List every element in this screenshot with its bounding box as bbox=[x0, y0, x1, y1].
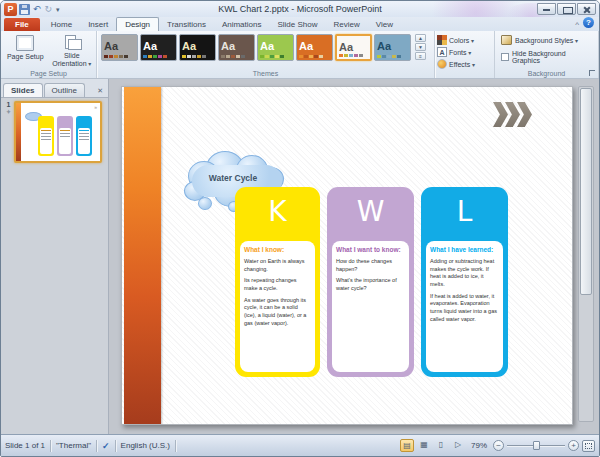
scrollbar-thumb[interactable] bbox=[580, 88, 592, 295]
tab-insert[interactable]: Insert bbox=[80, 18, 116, 31]
theme-thumbnail[interactable]: Aa bbox=[101, 34, 138, 61]
slide-thumbnail-item[interactable] bbox=[14, 101, 102, 163]
reading-view-button[interactable]: ▯ bbox=[434, 439, 448, 452]
theme-scroll-down-icon[interactable]: ▼ bbox=[415, 43, 426, 51]
page-setup-button[interactable]: Page Setup bbox=[3, 34, 48, 68]
kwl-column-0[interactable]: K What I know: Water on Earth is always … bbox=[235, 187, 320, 377]
hide-background-graphics-row[interactable]: Hide Background Graphics bbox=[501, 50, 594, 64]
tab-review[interactable]: Review bbox=[325, 18, 367, 31]
background-dialog-launcher-icon[interactable] bbox=[589, 70, 595, 76]
theme-scroll-up-icon[interactable]: ▲ bbox=[415, 34, 426, 42]
theme-sample-text: Aa bbox=[299, 40, 313, 52]
kwl-letter-w: W bbox=[327, 187, 414, 227]
theme-name: "Thermal" bbox=[56, 441, 91, 450]
effects-label: Effects bbox=[449, 61, 475, 68]
zoom-percent[interactable]: 79% bbox=[471, 441, 487, 450]
background-group: Background Styles Hide Background Graphi… bbox=[495, 31, 599, 78]
page-setup-group-label: Page Setup bbox=[1, 70, 96, 77]
kwl-letter-l: L bbox=[421, 187, 508, 227]
zoom-out-button[interactable]: − bbox=[493, 440, 504, 451]
chevron-right-icon bbox=[493, 102, 508, 127]
page-setup-label: Page Setup bbox=[7, 53, 44, 61]
statusbar-divider bbox=[50, 440, 51, 452]
zoom-in-button[interactable]: + bbox=[568, 440, 579, 451]
tab-slides[interactable]: Slides bbox=[3, 83, 43, 97]
kwl-paragraph: How do these changes happen? bbox=[336, 258, 405, 273]
slide-orientation-icon bbox=[63, 35, 81, 50]
window-controls bbox=[537, 3, 596, 15]
theme-color-dots bbox=[143, 55, 167, 58]
slide-indicator: Slide 1 of 1 bbox=[5, 441, 45, 450]
theme-color-dots bbox=[104, 55, 128, 58]
kwl-paragraph: If heat is added to water, it evaporates… bbox=[430, 293, 499, 324]
tab-design[interactable]: Design bbox=[116, 17, 159, 31]
effects-button[interactable]: Effects bbox=[437, 59, 492, 69]
fonts-button[interactable]: A Fonts bbox=[437, 47, 492, 57]
kwl-column-2[interactable]: L What I have learned: Adding or subtrac… bbox=[421, 187, 508, 377]
zoom-slider[interactable] bbox=[507, 440, 565, 451]
animation-star-icon bbox=[3, 108, 14, 115]
statusbar-divider bbox=[115, 440, 116, 452]
effects-icon bbox=[437, 59, 447, 69]
theme-gallery-more-icon[interactable]: ≡ bbox=[415, 52, 426, 60]
theme-thumbnail[interactable]: Aa bbox=[374, 34, 411, 61]
tab-file[interactable]: File bbox=[4, 18, 40, 31]
fit-to-window-button[interactable] bbox=[582, 440, 595, 452]
theme-color-dots bbox=[221, 55, 245, 58]
slide[interactable]: Water Cycle K What I know: Water on Eart… bbox=[121, 86, 573, 425]
kwl-column-1[interactable]: W What I want to know: How do these chan… bbox=[327, 187, 414, 377]
status-bar: Slide 1 of 1 "Thermal" English (U.S.) ▤ … bbox=[1, 434, 599, 456]
theme-sample-text: Aa bbox=[143, 40, 157, 52]
close-panel-icon[interactable] bbox=[94, 87, 106, 97]
colors-button[interactable]: Colors bbox=[437, 35, 492, 45]
slide-orientation-button[interactable]: Slide Orientation bbox=[50, 34, 95, 68]
kwl-paragraph: Water on Earth is always changing. bbox=[244, 258, 311, 273]
slide-sorter-button[interactable]: ▦ bbox=[417, 439, 431, 452]
minimize-button[interactable] bbox=[537, 3, 556, 15]
help-icon[interactable]: ? bbox=[583, 17, 594, 28]
page-setup-group: Page Setup Slide Orientation Page Setup bbox=[1, 31, 97, 78]
theme-thumbnail[interactable]: Aa bbox=[218, 34, 255, 61]
slides-panel: Slides Outline 1 bbox=[1, 79, 109, 434]
theme-thumbnail[interactable]: Aa bbox=[296, 34, 333, 61]
theme-thumbnail-selected[interactable]: Aa bbox=[335, 34, 372, 61]
slide-accent-bar bbox=[124, 87, 161, 424]
save-icon[interactable] bbox=[19, 4, 30, 15]
background-styles-button[interactable]: Background Styles bbox=[501, 35, 594, 45]
theme-color-dots bbox=[182, 55, 206, 58]
restore-button[interactable] bbox=[557, 3, 576, 15]
vertical-scrollbar[interactable] bbox=[578, 86, 594, 422]
theme-sample-text: Aa bbox=[260, 40, 274, 52]
redo-icon[interactable] bbox=[44, 3, 54, 15]
language-indicator[interactable]: English (U.S.) bbox=[121, 441, 170, 450]
kwl-paragraph: Its repeating changes make a cycle. bbox=[244, 277, 311, 292]
normal-view-button[interactable]: ▤ bbox=[400, 439, 414, 452]
theme-thumbnail[interactable]: Aa bbox=[140, 34, 177, 61]
kwl-paragraph: What's the importance of water cycle? bbox=[336, 277, 405, 292]
qat-dropdown-icon[interactable] bbox=[55, 3, 61, 16]
kwl-heading-0: What I know: bbox=[244, 246, 311, 253]
undo-icon[interactable] bbox=[32, 3, 42, 15]
minimize-ribbon-icon[interactable] bbox=[575, 13, 579, 31]
theme-sample-text: Aa bbox=[182, 40, 196, 52]
theme-sample-text: Aa bbox=[221, 40, 235, 52]
zoom-slider-thumb[interactable] bbox=[533, 441, 540, 450]
tab-transitions[interactable]: Transitions bbox=[159, 18, 214, 31]
tab-slideshow[interactable]: Slide Show bbox=[269, 18, 325, 31]
slideshow-button[interactable]: ▷ bbox=[451, 439, 465, 452]
slide-number: 1 bbox=[3, 101, 14, 108]
tab-view[interactable]: View bbox=[368, 18, 401, 31]
hide-background-graphics-checkbox[interactable] bbox=[501, 53, 509, 61]
spellcheck-icon[interactable] bbox=[102, 441, 110, 451]
tab-outline[interactable]: Outline bbox=[44, 83, 85, 97]
theme-color-dots bbox=[260, 55, 284, 58]
theme-thumbnail[interactable]: Aa bbox=[257, 34, 294, 61]
tab-home[interactable]: Home bbox=[43, 18, 80, 31]
theme-thumbnail[interactable]: Aa bbox=[179, 34, 216, 61]
close-button[interactable] bbox=[577, 3, 596, 15]
tab-animations[interactable]: Animations bbox=[214, 18, 270, 31]
theme-color-dots bbox=[377, 55, 401, 58]
thumbnail-mini-column-l bbox=[76, 116, 92, 156]
fonts-label: Fonts bbox=[449, 49, 471, 56]
kwl-heading-2: What I have learned: bbox=[430, 246, 499, 253]
